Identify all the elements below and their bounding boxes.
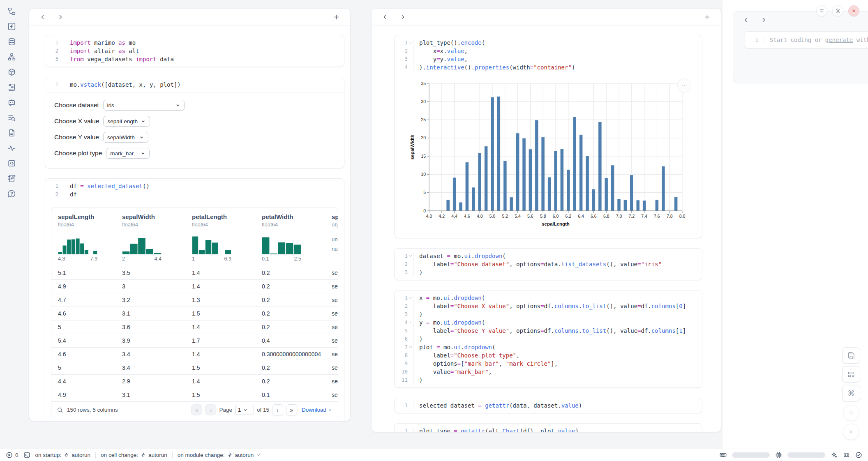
- table-header-row: sepalLengthfloat644.37.9sepalWidthfloat6…: [51, 207, 338, 266]
- fold-toggle[interactable]: [408, 40, 413, 45]
- line-number: 3: [404, 268, 408, 277]
- sidebar-item-bot-chat[interactable]: [7, 98, 16, 107]
- svg-text:4.6: 4.6: [464, 214, 470, 219]
- svg-text:sepalWidth: sepalWidth: [410, 134, 415, 159]
- column-header-petalWidth[interactable]: petalWidthfloat640.12.5: [255, 213, 325, 262]
- sidebar-item-list-search[interactable]: [7, 113, 16, 122]
- connection-status-button[interactable]: [855, 452, 862, 459]
- sidebar-item-notebook-pen[interactable]: [7, 174, 16, 183]
- table-cell: 4.6: [51, 310, 115, 317]
- sidebar-item-scroll[interactable]: [7, 83, 16, 92]
- last-page-button[interactable]: »: [286, 404, 297, 415]
- on-module-change-setting[interactable]: on module change: autorun: [178, 452, 262, 458]
- scroll-left-button[interactable]: [742, 16, 750, 23]
- code-cell-selected-dataset-cell: 1selected_dataset = getattr(data, datase…: [394, 398, 702, 413]
- code-cell-xyplot-cell: 1x = mo.ui.dropdown(2 label="Choose X va…: [394, 290, 702, 388]
- save-button[interactable]: [842, 347, 860, 364]
- error-counter[interactable]: 0: [6, 452, 18, 459]
- column-header-petalLength[interactable]: petalLengthfloat6416.9: [185, 213, 255, 262]
- on-startup-setting[interactable]: on startup: autorun: [35, 452, 91, 458]
- code-cell-plot-cell: 1plot_type().encode(2 x=x.value,3 y=y.va…: [394, 35, 702, 238]
- command-palette-button[interactable]: ⌘: [842, 385, 860, 401]
- column-header-sepalWidth[interactable]: sepalWidthfloat6424.4: [115, 213, 185, 262]
- code-editor[interactable]: 1mo.vstack([dataset, x, y, plot]): [45, 77, 344, 92]
- layout-button[interactable]: [842, 366, 860, 383]
- column-histogram: [58, 232, 97, 254]
- control-row: Choose plot typemark_bar: [54, 148, 335, 159]
- sidebar-item-help-chat[interactable]: [7, 189, 16, 198]
- column-name: petalLength: [192, 213, 255, 220]
- dropdown-choose-dataset[interactable]: iris: [103, 100, 185, 111]
- run-button[interactable]: [843, 424, 859, 440]
- scroll-right-button[interactable]: [399, 14, 407, 21]
- table-cell: setosa: [325, 324, 338, 330]
- scroll-right-button[interactable]: [760, 16, 768, 23]
- first-page-button[interactable]: «: [191, 404, 202, 415]
- scroll-left-button[interactable]: [381, 14, 389, 21]
- column-header-species[interactable]: speciesobjectunique:nulls:: [325, 213, 338, 262]
- chart-actions-button[interactable]: [677, 78, 691, 92]
- generate-link[interactable]: generate: [825, 37, 853, 43]
- code-editor[interactable]: 1df = selected_dataset()2df: [45, 179, 344, 202]
- dropdown-choose-y-value[interactable]: sepalWidth: [103, 132, 148, 143]
- sidebar-item-code-block[interactable]: [7, 159, 16, 168]
- code-text: y=y.value,: [413, 55, 468, 63]
- dropdown-choose-x-value[interactable]: sepalLength: [103, 116, 150, 127]
- fold-toggle[interactable]: [408, 295, 413, 300]
- code-editor[interactable]: 1import marimo as mo2import altair as al…: [45, 35, 344, 67]
- download-button[interactable]: Download: [302, 407, 332, 413]
- stop-button[interactable]: [843, 405, 859, 421]
- scroll-right-button[interactable]: [57, 14, 65, 21]
- table-cell: 1.4: [185, 378, 255, 385]
- sidebar-item-document[interactable]: [7, 128, 16, 137]
- previous-page-button[interactable]: ‹: [205, 404, 216, 415]
- document-icon: [7, 129, 16, 137]
- terminal-button[interactable]: [23, 452, 30, 459]
- dropdown-choose-plot-type[interactable]: mark_bar: [106, 148, 150, 159]
- on-cell-change-setting[interactable]: on cell change: autorun: [101, 452, 167, 458]
- table-search-button[interactable]: [57, 407, 63, 413]
- sidebar-item-file-tree[interactable]: [7, 7, 16, 16]
- next-page-button[interactable]: ›: [272, 404, 283, 415]
- sidebar-item-org-chart[interactable]: [7, 52, 16, 61]
- fold-marker: [408, 361, 413, 366]
- add-cell-button[interactable]: [704, 14, 711, 21]
- ai-assistant-button[interactable]: [831, 452, 838, 459]
- copilot-button[interactable]: [843, 452, 850, 459]
- code-line: 5 label="Choose Y value", options=df.col…: [395, 327, 702, 335]
- code-line: 2 label="Choose X value", options=df.col…: [395, 302, 702, 310]
- sidebar-item-database[interactable]: [7, 37, 16, 46]
- fold-marker: [408, 403, 413, 408]
- fold-toggle[interactable]: [408, 254, 413, 258]
- scroll-left-button[interactable]: [39, 14, 46, 21]
- code-editor[interactable]: 1plot_type().encode(2 x=x.value,3 y=y.va…: [395, 35, 702, 75]
- fold-toggle[interactable]: [408, 320, 413, 325]
- fold-toggle[interactable]: [408, 345, 413, 350]
- table-row: 4.73.21.30.2setosa: [51, 293, 338, 307]
- close-button[interactable]: [848, 5, 859, 16]
- table-row: 53.41.50.2setosa: [51, 361, 338, 374]
- memory-usage-bar: [732, 452, 770, 458]
- code-editor[interactable]: 1selected_dataset = getattr(data, datase…: [395, 398, 702, 413]
- control-row: Choose X valuesepalLength: [54, 116, 335, 127]
- bolt-icon: [141, 452, 146, 458]
- scratchpad-editor[interactable]: 1 Start coding or generate with: [745, 32, 868, 48]
- sidebar-item-activity[interactable]: [7, 143, 16, 152]
- layout-icon: [847, 371, 855, 378]
- code-editor[interactable]: 1x = mo.ui.dropdown(2 label="Choose X va…: [395, 290, 702, 387]
- altair-bar-chart[interactable]: 4.04.24.44.64.85.05.25.45.65.86.06.26.46…: [409, 79, 688, 232]
- page-select[interactable]: 1: [235, 405, 254, 415]
- panel-header: [29, 9, 350, 26]
- table-cell: setosa: [325, 351, 338, 357]
- sidebar-item-package[interactable]: [7, 67, 16, 76]
- code-line: 1selected_dataset = getattr(data, datase…: [395, 401, 702, 410]
- sidebar-item-function-square[interactable]: [7, 22, 16, 31]
- column-name: sepalWidth: [122, 213, 185, 220]
- code-editor[interactable]: 1plot_type = getattr(alt.Chart(df), plot…: [395, 424, 702, 432]
- add-cell-button[interactable]: [333, 14, 340, 21]
- column-header-sepalLength[interactable]: sepalLengthfloat644.37.9: [51, 213, 115, 262]
- menu-button[interactable]: [816, 5, 827, 16]
- settings-button[interactable]: [832, 5, 843, 16]
- code-editor[interactable]: 1dataset = mo.ui.dropdown(2 label="Choos…: [395, 249, 702, 280]
- code-line: 1plot_type = getattr(alt.Chart(df), plot…: [395, 427, 702, 432]
